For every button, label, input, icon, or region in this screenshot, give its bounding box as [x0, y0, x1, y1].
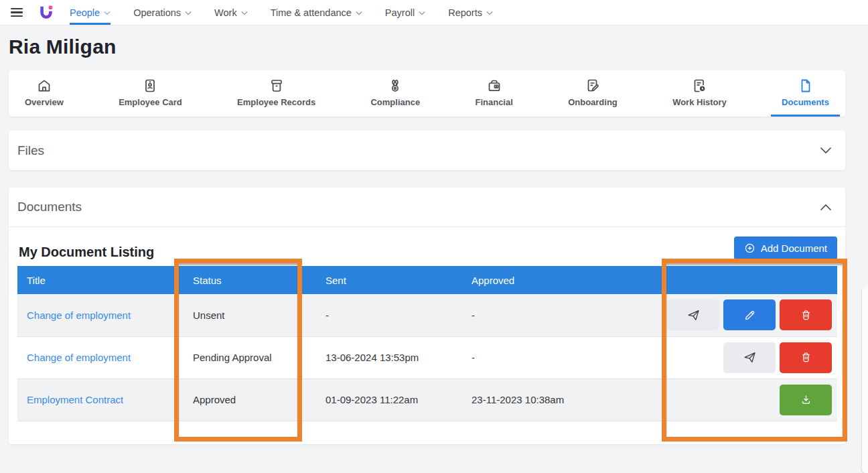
tab-label: Compliance: [370, 97, 420, 107]
nav-label: Work: [214, 7, 237, 18]
document-title-link[interactable]: Change of employment: [27, 310, 131, 321]
archive-box-icon: [269, 78, 285, 94]
tab-label: Documents: [782, 97, 829, 107]
add-document-label: Add Document: [761, 243, 827, 254]
tab-label: Overview: [25, 97, 64, 107]
download-document-button[interactable]: [780, 385, 832, 415]
tab-documents[interactable]: Documents: [771, 70, 840, 117]
listing-heading: My Document Listing: [19, 245, 154, 260]
document-edit-icon: [585, 78, 601, 94]
send-document-button[interactable]: [667, 299, 719, 330]
delete-document-button[interactable]: [780, 299, 832, 330]
documents-section-header[interactable]: Documents: [9, 188, 845, 227]
files-section-header[interactable]: Files: [9, 131, 845, 170]
app-logo[interactable]: [39, 0, 54, 25]
tab-overview[interactable]: Overview: [14, 70, 74, 117]
documents-section-card: Documents My Document Listing Add Docume…: [9, 188, 845, 444]
status-value: Approved: [184, 379, 316, 421]
add-document-button[interactable]: Add Document: [734, 236, 837, 260]
trash-icon: [800, 351, 812, 364]
edit-document-button[interactable]: [723, 299, 776, 330]
download-icon: [800, 393, 812, 406]
table-header-row: Title Status Sent Approved: [17, 266, 837, 294]
tab-label: Employee Card: [119, 97, 182, 107]
main-nav: People Operations Work Time & attendance…: [70, 0, 493, 25]
chevron-down-icon: [241, 11, 248, 15]
documents-section-title: Documents: [17, 200, 82, 214]
chevron-up-icon[interactable]: [820, 204, 832, 211]
approved-value: -: [462, 294, 623, 336]
status-value: Unsent: [184, 294, 316, 336]
id-card-icon: [142, 78, 158, 94]
paper-plane-icon: [743, 350, 757, 364]
tab-work-history[interactable]: Work History: [662, 70, 737, 117]
table-row: Change of employment Pending Approval 13…: [17, 336, 837, 379]
send-document-button[interactable]: [723, 342, 776, 373]
top-navbar: People Operations Work Time & attendance…: [0, 0, 868, 25]
nav-item-reports[interactable]: Reports: [448, 0, 493, 25]
document-title-link[interactable]: Change of employment: [27, 352, 131, 363]
tab-label: Work History: [672, 97, 727, 107]
chevron-down-icon: [356, 11, 362, 15]
document-title-link[interactable]: Employment Contract: [27, 394, 123, 405]
nav-item-people[interactable]: People: [70, 0, 111, 25]
chevron-down-icon: [419, 11, 425, 15]
tab-financial[interactable]: Financial: [464, 70, 523, 117]
column-header-status[interactable]: Status: [184, 266, 316, 294]
nav-item-work[interactable]: Work: [214, 0, 248, 25]
nav-item-operations[interactable]: Operations: [133, 0, 192, 25]
tab-label: Financial: [475, 97, 512, 107]
approved-value: 23-11-2023 10:38am: [462, 379, 623, 421]
paper-plane-icon: [686, 308, 701, 322]
u-gradient-logo-icon: [39, 5, 54, 21]
wallet-icon: [486, 78, 502, 94]
sent-value: 01-09-2023 11:22am: [316, 379, 462, 421]
nav-label: Time & attendance: [271, 7, 352, 18]
nav-item-time-attendance[interactable]: Time & attendance: [271, 0, 362, 25]
status-value: Pending Approval: [184, 336, 316, 379]
nav-item-payroll[interactable]: Payroll: [385, 0, 425, 25]
sent-value: 13-06-2024 13:53pm: [316, 336, 462, 379]
nav-label: People: [70, 7, 100, 18]
hamburger-menu-icon[interactable]: [11, 0, 23, 25]
tab-employee-records[interactable]: Employee Records: [226, 70, 326, 117]
files-section-card: Files: [9, 131, 845, 170]
nav-label: Operations: [133, 7, 181, 18]
profile-tab-bar: Overview Employee Card Employee Records: [9, 70, 845, 117]
medal-icon: [387, 78, 403, 94]
tab-compliance[interactable]: Compliance: [360, 70, 431, 117]
column-header-actions: [623, 266, 837, 294]
document-clock-icon: [691, 78, 707, 94]
tab-label: Employee Records: [237, 97, 315, 107]
circle-plus-icon: [744, 243, 755, 254]
column-header-title[interactable]: Title: [17, 266, 184, 294]
delete-document-button[interactable]: [780, 342, 832, 373]
page-title: Ria Miligan: [9, 36, 845, 58]
tab-label: Onboarding: [568, 97, 618, 107]
table-row: Employment Contract Approved 01-09-2023 …: [17, 379, 837, 421]
tab-employee-card[interactable]: Employee Card: [108, 70, 193, 117]
table-row: Change of employment Unsent - -: [17, 294, 837, 336]
approved-value: -: [462, 336, 623, 379]
tab-onboarding[interactable]: Onboarding: [557, 70, 628, 117]
home-icon: [36, 78, 52, 94]
chevron-down-icon: [104, 11, 111, 15]
document-icon: [798, 78, 814, 94]
nav-label: Payroll: [385, 7, 415, 18]
chevron-down-icon: [185, 11, 192, 15]
column-header-sent[interactable]: Sent: [316, 266, 462, 294]
pencil-icon: [743, 309, 756, 322]
trash-icon: [800, 309, 812, 322]
sent-value: -: [316, 294, 462, 336]
chevron-down-icon[interactable]: [820, 147, 832, 154]
column-header-approved[interactable]: Approved: [462, 266, 623, 294]
right-edge-panel: [862, 287, 868, 473]
documents-table: Title Status Sent Approved Change of emp…: [17, 266, 837, 421]
nav-label: Reports: [448, 7, 482, 18]
files-section-title: Files: [17, 143, 44, 158]
chevron-down-icon: [486, 11, 493, 15]
